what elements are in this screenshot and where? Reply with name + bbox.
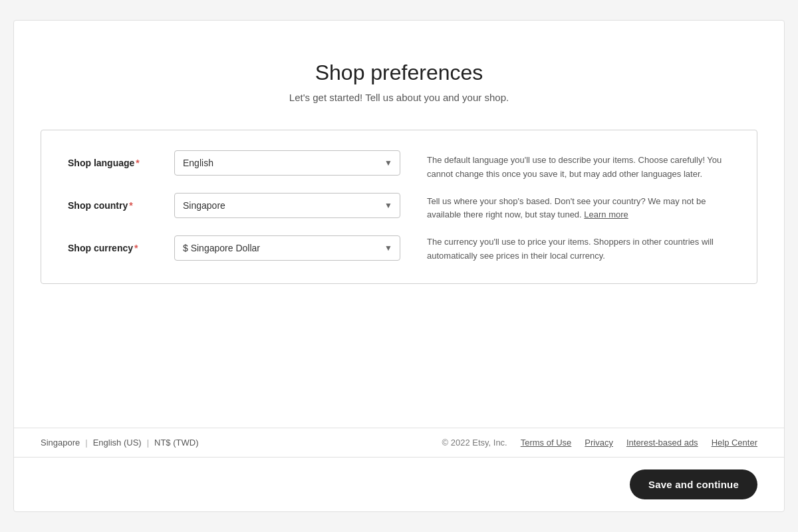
info-section: The default language you'll use to descr… [427, 150, 730, 263]
currency-select[interactable]: $ Singapore Dollar $ US Dollar £ British… [174, 235, 400, 261]
language-select-wrapper: English Spanish French German Japanese C… [174, 150, 400, 176]
language-row: Shop language* English Spanish French Ge… [68, 150, 400, 176]
main-content: Shop preferences Let's get started! Tell… [14, 21, 784, 428]
footer-country: Singapore [41, 438, 80, 448]
language-label: Shop language* [68, 158, 174, 168]
currency-row: Shop currency* $ Singapore Dollar $ US D… [68, 235, 400, 261]
country-label: Shop country* [68, 200, 174, 211]
footer-language: English (US) [93, 438, 142, 448]
privacy-link[interactable]: Privacy [585, 438, 613, 448]
save-continue-button[interactable]: Save and continue [630, 469, 757, 499]
bottom-bar: Save and continue [14, 457, 784, 511]
country-required: * [129, 200, 132, 211]
currency-info-block: The currency you'll use to price your it… [427, 235, 730, 263]
currency-required: * [134, 243, 138, 253]
preferences-body: Shop language* English Spanish French Ge… [68, 150, 730, 263]
country-select[interactable]: Singapore United States United Kingdom A… [174, 193, 400, 218]
form-section: Shop language* English Spanish French Ge… [68, 150, 400, 263]
learn-more-link[interactable]: Learn more [584, 209, 628, 219]
page-subtitle: Let's get started! Tell us about you and… [41, 92, 757, 103]
interest-ads-link[interactable]: Interest-based ads [626, 438, 698, 448]
language-info-text: The default language you'll use to descr… [427, 154, 730, 182]
separator-2: | [147, 438, 149, 448]
page-wrapper: Shop preferences Let's get started! Tell… [13, 20, 785, 512]
page-header: Shop preferences Let's get started! Tell… [41, 61, 757, 103]
footer-right: © 2022 Etsy, Inc. Terms of Use Privacy I… [442, 438, 757, 448]
country-info-block: Tell us where your shop's based. Don't s… [427, 195, 730, 223]
page-title: Shop preferences [41, 61, 757, 85]
currency-info-text: The currency you'll use to price your it… [427, 235, 730, 263]
footer-locale: Singapore | English (US) | NT$ (TWD) [41, 438, 198, 448]
language-required: * [136, 158, 139, 168]
help-center-link[interactable]: Help Center [712, 438, 757, 448]
currency-label: Shop currency* [68, 243, 174, 253]
currency-select-wrapper: $ Singapore Dollar $ US Dollar £ British… [174, 235, 400, 261]
preferences-card: Shop language* English Spanish French Ge… [41, 130, 757, 284]
country-row: Shop country* Singapore United States Un… [68, 193, 400, 218]
separator-1: | [85, 438, 87, 448]
language-select[interactable]: English Spanish French German Japanese C… [174, 150, 400, 176]
footer-currency: NT$ (TWD) [154, 438, 198, 448]
footer-copyright: © 2022 Etsy, Inc. [442, 438, 507, 448]
footer-bar: Singapore | English (US) | NT$ (TWD) © 2… [14, 428, 784, 457]
country-info-text: Tell us where your shop's based. Don't s… [427, 195, 730, 223]
terms-link[interactable]: Terms of Use [521, 438, 572, 448]
language-info-block: The default language you'll use to descr… [427, 154, 730, 182]
country-select-wrapper: Singapore United States United Kingdom A… [174, 193, 400, 218]
